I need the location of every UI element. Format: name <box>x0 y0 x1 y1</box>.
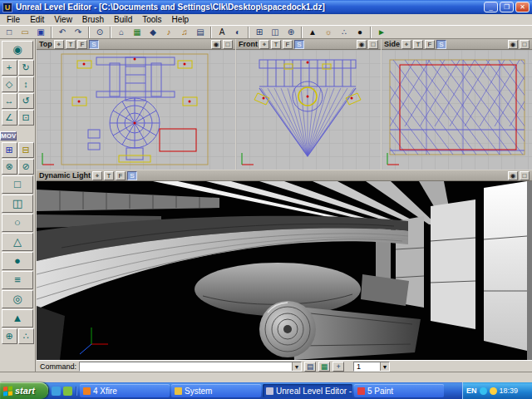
primitive-cylinder-icon[interactable]: ○ <box>2 214 33 232</box>
viewport-top[interactable]: Top ⌖ T F S ◉ □ <box>37 39 235 170</box>
new-map-icon[interactable]: □ <box>2 26 17 38</box>
texture-browser-icon[interactable]: ▦ <box>130 26 145 38</box>
mode-s-button[interactable]: S <box>127 171 137 180</box>
realtime-preview-icon[interactable]: ⌖ <box>92 171 102 180</box>
tray-icon-2[interactable] <box>490 387 497 395</box>
menu-edit[interactable]: Edit <box>25 15 49 24</box>
sound-browser-icon[interactable]: ♫ <box>177 26 192 38</box>
quick-launch-icon-2[interactable] <box>63 387 72 396</box>
command-input[interactable] <box>80 362 292 371</box>
show-paths-icon[interactable]: ∴ <box>18 328 34 344</box>
build-geometry-icon[interactable]: ▲ <box>305 26 320 38</box>
task-system[interactable]: System <box>171 384 261 397</box>
menu-view[interactable]: View <box>49 15 77 24</box>
combo-spinner-icon[interactable]: ▼ <box>380 362 389 371</box>
undo-icon[interactable]: ↶ <box>55 26 70 38</box>
csg-intersect-icon[interactable]: ⊗ <box>2 159 17 175</box>
view-options-icon[interactable]: ◉ <box>508 171 518 180</box>
primitive-sphere-icon[interactable]: ● <box>2 252 33 270</box>
viewport-perspective[interactable]: Dynamic Light ⌖ T F S ◉ □ <box>37 170 532 360</box>
actor-browser-icon[interactable]: ⌂ <box>114 26 129 38</box>
sheet-align-icon[interactable]: ◫ <box>268 26 283 38</box>
primitive-cone-icon[interactable]: △ <box>2 233 33 251</box>
texture-rotate-icon[interactable]: ↺ <box>18 93 34 109</box>
task-xfire[interactable]: 4 Xfire <box>80 384 170 397</box>
csg-subtract-icon[interactable]: ⊟ <box>18 142 34 158</box>
viewport-front-canvas[interactable] <box>236 50 381 170</box>
freehand-polygon-icon[interactable]: ⊡ <box>18 110 34 126</box>
mode-t-button[interactable]: T <box>413 40 423 49</box>
mover-brush-button[interactable]: MOV <box>0 131 17 140</box>
maximize-viewport-icon[interactable]: □ <box>368 40 378 49</box>
task-unreal-editor[interactable]: Unreal Level Editor - [... <box>263 384 352 397</box>
viewport-perspective-canvas[interactable] <box>37 181 532 360</box>
build-paths-icon[interactable]: ∴ <box>337 26 352 38</box>
build-all-icon[interactable]: ● <box>352 26 367 38</box>
search-actor-icon[interactable]: ⊙ <box>92 26 107 38</box>
viewport-front[interactable]: Front ⌖ T F S ◉ □ <box>236 39 381 170</box>
command-history-dropdown-icon[interactable]: ▼ <box>292 362 301 371</box>
start-button[interactable]: start <box>0 382 48 399</box>
tray-icon-1[interactable] <box>480 387 487 395</box>
mode-s-button[interactable]: S <box>294 40 304 49</box>
language-indicator[interactable]: EN <box>466 387 477 395</box>
open-map-icon[interactable]: ▭ <box>17 26 32 38</box>
primitive-cube-icon[interactable]: □ <box>2 175 33 194</box>
primitive-sheet-icon[interactable]: ◫ <box>2 195 33 213</box>
quick-launch-icon-1[interactable] <box>52 387 61 396</box>
menu-file[interactable]: File <box>2 15 25 24</box>
vertex-edit-icon[interactable]: + <box>2 60 17 76</box>
maximize-viewport-icon[interactable]: □ <box>223 40 233 49</box>
primitive-spiral-stairs-icon[interactable]: ◎ <box>2 290 33 308</box>
mode-s-button[interactable]: S <box>436 40 446 49</box>
mode-f-button[interactable]: F <box>283 40 293 49</box>
maximize-button[interactable]: ❐ <box>500 2 514 12</box>
maximize-viewport-icon[interactable]: □ <box>520 171 530 180</box>
mode-f-button[interactable]: F <box>425 40 435 49</box>
build-lighting-icon[interactable]: ☼ <box>321 26 336 38</box>
viewport-top-canvas[interactable] <box>37 50 235 170</box>
group-browser-icon[interactable]: ▤ <box>193 26 208 38</box>
brush-clip-icon[interactable]: ∠ <box>2 110 17 126</box>
log-window-icon[interactable]: ▤ <box>304 362 316 372</box>
command-input-wrap[interactable]: ▼ <box>79 362 302 372</box>
realtime-preview-icon[interactable]: ⌖ <box>54 40 64 49</box>
close-button[interactable]: ✕ <box>515 2 530 12</box>
texture-pan-icon[interactable]: ↔ <box>2 93 17 109</box>
mode-t-button[interactable]: T <box>271 40 281 49</box>
realtime-preview-icon[interactable]: ⌖ <box>259 40 269 49</box>
maximize-viewport-icon[interactable]: □ <box>520 40 530 49</box>
mode-s-button[interactable]: S <box>89 40 99 49</box>
grid-size-combo[interactable]: 1 ▼ <box>353 362 390 372</box>
grid-toggle-icon[interactable]: ⊞ <box>252 26 267 38</box>
brush-stretch-icon[interactable]: ↕ <box>18 76 34 92</box>
csg-add-icon[interactable]: ⊞ <box>2 142 17 158</box>
brush-scale-icon[interactable]: ◇ <box>2 76 17 92</box>
task-paint[interactable]: 5 Paint <box>354 384 444 397</box>
view-options-icon[interactable]: ◉ <box>211 40 221 49</box>
viewport-side-canvas[interactable] <box>382 50 532 170</box>
mode-f-button[interactable]: F <box>116 171 126 180</box>
view-options-icon[interactable]: ◉ <box>508 40 518 49</box>
redo-icon[interactable]: ↷ <box>71 26 86 38</box>
minimize-button[interactable]: _ <box>484 2 498 12</box>
menu-help[interactable]: Help <box>167 15 195 24</box>
camera-speed-icon[interactable]: ◐ <box>230 26 245 38</box>
music-browser-icon[interactable]: ♪ <box>161 26 176 38</box>
zoom-mode-icon[interactable]: ⊕ <box>283 26 298 38</box>
csg-deintersect-icon[interactable]: ⊘ <box>18 159 34 175</box>
camera-mode-icon[interactable]: ◉ <box>2 41 33 59</box>
save-map-icon[interactable]: ▣ <box>33 26 48 38</box>
mode-t-button[interactable]: T <box>104 171 114 180</box>
zoom-extents-icon[interactable]: ⊕ <box>2 328 17 344</box>
view-options-icon[interactable]: ◉ <box>357 40 367 49</box>
mesh-browser-icon[interactable]: ◆ <box>145 26 160 38</box>
menu-brush[interactable]: Brush <box>77 15 109 24</box>
mode-f-button[interactable]: F <box>77 40 87 49</box>
primitive-stairs-icon[interactable]: ≡ <box>2 271 33 289</box>
crosshair-icon[interactable]: + <box>332 362 344 372</box>
primitive-terrain-icon[interactable]: ▲ <box>2 309 33 328</box>
play-map-icon[interactable]: ► <box>374 26 389 38</box>
realtime-preview-icon[interactable]: ⌖ <box>401 40 411 49</box>
viewport-side[interactable]: Side ⌖ T F S ◉ □ <box>382 39 532 170</box>
